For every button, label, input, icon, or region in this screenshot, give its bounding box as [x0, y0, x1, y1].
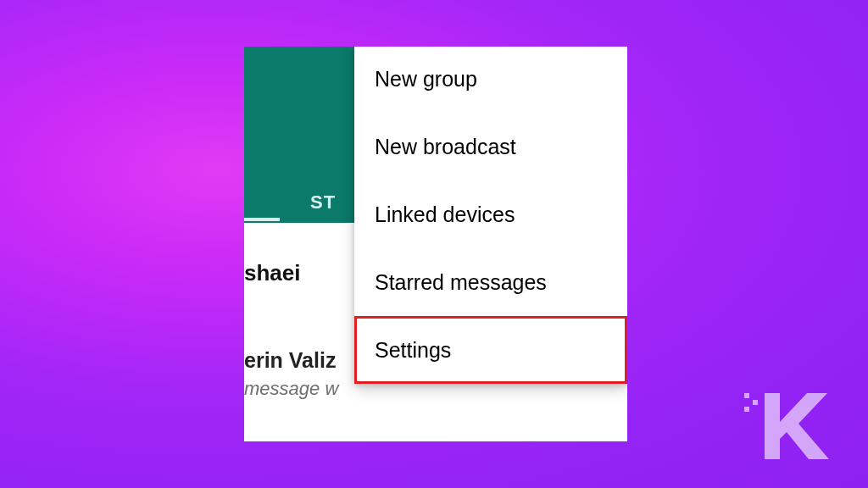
- svg-rect-0: [744, 393, 749, 398]
- menu-item-settings[interactable]: Settings: [354, 316, 627, 384]
- svg-rect-1: [753, 400, 758, 405]
- menu-item-starred-messages[interactable]: Starred messages: [354, 248, 627, 316]
- menu-item-new-group[interactable]: New group: [354, 47, 627, 113]
- svg-rect-2: [744, 407, 749, 412]
- menu-item-new-broadcast[interactable]: New broadcast: [354, 113, 627, 180]
- whatsapp-crop: ST shaei erin Valiz message w New group …: [244, 47, 627, 441]
- menu-item-linked-devices[interactable]: Linked devices: [354, 180, 627, 248]
- tab-underline: [244, 218, 280, 221]
- overflow-menu: New group New broadcast Linked devices S…: [354, 47, 627, 384]
- tab-row: ST: [244, 182, 336, 223]
- watermark-logo: [741, 378, 843, 463]
- tab-status-label[interactable]: ST: [244, 191, 336, 214]
